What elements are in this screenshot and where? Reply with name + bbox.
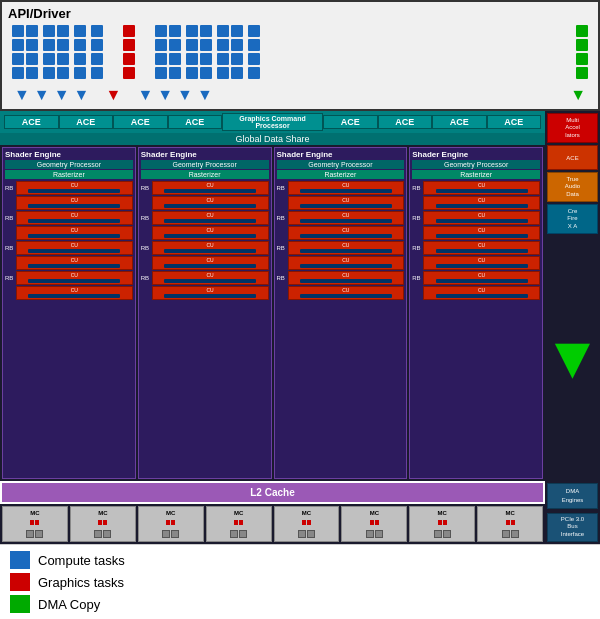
rb-label: RB	[277, 245, 287, 251]
cu-row: RB CU	[277, 271, 405, 285]
cu-block: CU	[288, 181, 405, 195]
cu-block: CU	[16, 271, 133, 285]
cu-inner	[300, 249, 392, 253]
cu-label: CU	[207, 243, 214, 248]
blue-icon	[43, 25, 55, 37]
cu-inner	[436, 279, 528, 283]
cu-block: CU	[16, 226, 133, 240]
blue-icon	[57, 67, 69, 79]
shader-engine-3: Shader Engine Geometry Processor Rasteri…	[274, 147, 408, 479]
arrow-down-blue-7: ▼	[177, 87, 193, 103]
cu-row: RB CU	[277, 181, 405, 195]
blue-icon	[91, 67, 103, 79]
cu-inner	[436, 264, 528, 268]
cu-label: CU	[207, 213, 214, 218]
rb-label: RB	[5, 185, 15, 191]
mc-red-bar	[35, 520, 39, 525]
icon-grid-green	[576, 25, 588, 51]
cu-label: CU	[342, 273, 349, 278]
rb-label: RB	[277, 215, 287, 221]
cu-row: RB CU	[277, 211, 405, 225]
cu-block: CU	[16, 196, 133, 210]
shader-engine-label-3: Shader Engine	[277, 150, 405, 159]
icon-grid-blue-6	[186, 25, 212, 51]
cu-inner	[300, 204, 392, 208]
arrow-down-blue-4: ▼	[74, 87, 90, 103]
mc-gray-box	[502, 530, 510, 538]
mc-gray-box	[162, 530, 170, 538]
blue-icon	[57, 25, 69, 37]
mc-gray-boxes	[434, 530, 451, 538]
cu-block: CU	[152, 196, 269, 210]
cre-fire-label: Cre Fire X A	[567, 208, 577, 230]
geom-proc-3: Geometry Processor	[277, 160, 405, 169]
cu-row: CU	[5, 256, 133, 270]
blue-icon	[57, 39, 69, 51]
cu-row: RB CU	[412, 181, 540, 195]
blue-icon	[155, 53, 167, 65]
blue-icon	[231, 25, 243, 37]
mc-gray-boxes	[366, 530, 383, 538]
mc-label: MC	[505, 510, 514, 516]
blue-icon	[74, 53, 86, 65]
cu-label: CU	[207, 273, 214, 278]
cu-inner	[28, 294, 120, 298]
cu-row: CU	[277, 286, 405, 300]
mc-red-bar	[166, 520, 170, 525]
cu-row: CU	[277, 226, 405, 240]
mc-gray-boxes	[230, 530, 247, 538]
ace-item-2: ACE	[59, 115, 114, 129]
green-icon	[576, 53, 588, 65]
cu-row: CU	[141, 256, 269, 270]
mc-red-bar	[307, 520, 311, 525]
true-audio-label: True Audio Data	[565, 176, 580, 198]
cu-inner	[300, 294, 392, 298]
icon-grid-blue-8b	[248, 53, 260, 79]
ace-item-6: ACE	[378, 115, 433, 129]
cu-row: RB CU	[141, 271, 269, 285]
l2-cache-bar: L2 Cache	[2, 483, 543, 502]
mc-row: MC MC	[0, 504, 545, 544]
mc-block-5: MC	[274, 506, 340, 542]
mc-gray-boxes	[94, 530, 111, 538]
icon-grid-blue-5b	[155, 53, 181, 79]
blue-icon	[200, 67, 212, 79]
cu-label: CU	[342, 213, 349, 218]
cu-block: CU	[423, 286, 540, 300]
blue-icon	[217, 67, 229, 79]
cu-block: CU	[152, 211, 269, 225]
blue-icon	[12, 39, 24, 51]
cu-label: CU	[71, 258, 78, 263]
icon-grid-blue-7b	[217, 53, 243, 79]
rb-label: RB	[141, 185, 151, 191]
blue-icon	[186, 25, 198, 37]
mc-gray-box	[230, 530, 238, 538]
red-icon	[123, 39, 135, 51]
rb-label: RB	[5, 245, 15, 251]
icon-group-6	[186, 25, 212, 79]
mc-gray-box	[307, 530, 315, 538]
cu-block: CU	[423, 271, 540, 285]
cu-label: CU	[478, 288, 485, 293]
icon-grid-blue-2	[43, 25, 69, 51]
api-driver-label: API/Driver	[8, 6, 592, 21]
cu-inner	[300, 279, 392, 283]
cu-block: CU	[423, 256, 540, 270]
blue-icon	[26, 53, 38, 65]
cu-row: CU	[141, 196, 269, 210]
cu-label: CU	[478, 213, 485, 218]
true-audio-box: True Audio Data	[547, 172, 598, 202]
gds-bar: Global Data Share	[0, 133, 545, 145]
rasterizer-1: Rasterizer	[5, 170, 133, 179]
ace-bar: ACE ACE ACE ACE Graphics Command Process…	[0, 111, 545, 133]
blue-icon	[248, 67, 260, 79]
cu-label: CU	[342, 198, 349, 203]
mc-red-bar	[443, 520, 447, 525]
rb-label: RB	[141, 245, 151, 251]
cu-row: CU	[412, 196, 540, 210]
cu-inner	[28, 204, 120, 208]
blue-icon	[217, 39, 229, 51]
cu-row: RB CU	[5, 241, 133, 255]
cu-block: CU	[152, 226, 269, 240]
blue-icon	[43, 67, 55, 79]
